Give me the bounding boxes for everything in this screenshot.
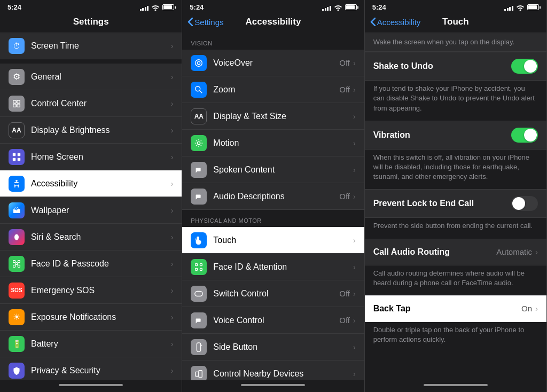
accessibility-list: VISION VoiceOver Off › Zoom Off › AA Dis… xyxy=(182,33,364,380)
voice-control-icon xyxy=(191,312,207,328)
signal-icon-2 xyxy=(322,4,331,11)
settings-item-privacy[interactable]: Privacy & Security › xyxy=(0,357,182,380)
settings-item-display-brightness[interactable]: AA Display & Brightness › xyxy=(0,117,182,144)
accessibility-label: Accessibility xyxy=(31,179,171,189)
settings-item-battery[interactable]: 🔋 Battery › xyxy=(0,331,182,357)
svg-point-16 xyxy=(198,61,200,64)
audio-desc-value: Off xyxy=(339,192,350,201)
settings-item-siri[interactable]: Siri & Search › xyxy=(0,224,182,250)
audio-desc-chevron: › xyxy=(353,192,356,201)
accessibility-item-audio-desc[interactable]: Audio Descriptions Off › xyxy=(182,183,364,210)
svg-line-18 xyxy=(200,90,202,93)
vibration-row[interactable]: Vibration xyxy=(365,121,546,150)
touch-detail-content: Wake the screen when you tap on the disp… xyxy=(365,33,546,380)
settings-item-wallpaper[interactable]: 🏔 Wallpaper › xyxy=(0,197,182,224)
accessibility-item-display-text[interactable]: AA Display & Text Size › xyxy=(182,103,364,130)
svg-rect-6 xyxy=(13,158,15,160)
voiceover-label: VoiceOver xyxy=(213,58,339,68)
accessibility-item-touch[interactable]: Touch › xyxy=(182,227,364,254)
prevent-lock-desc: Prevent the side button from ending the … xyxy=(365,218,546,236)
touch-title: Touch xyxy=(442,17,469,27)
control-center-icon xyxy=(9,96,25,112)
svg-rect-5 xyxy=(18,153,20,155)
accessibility-item-side-button[interactable]: Side Button › xyxy=(182,334,364,360)
prevent-lock-label: Prevent Lock to End Call xyxy=(373,199,474,208)
control-nearby-icon xyxy=(191,366,207,381)
settings-list: ⏱ Screen Time › ⚙ General › Control Cent… xyxy=(0,33,182,380)
battery-icon-2 xyxy=(345,4,357,10)
screen-time-chevron: › xyxy=(171,42,174,50)
touch-top-text: Wake the screen when you tap on the disp… xyxy=(365,33,546,52)
side-button-icon xyxy=(191,339,207,355)
privacy-label: Privacy & Security xyxy=(31,366,171,375)
back-tap-row[interactable]: Back Tap On › xyxy=(365,295,546,322)
accessibility-item-switch[interactable]: Switch Control Off › xyxy=(182,280,364,307)
accessibility-item-voice-control[interactable]: Voice Control Off › xyxy=(182,307,364,334)
accessibility-back-button[interactable]: Settings xyxy=(187,18,223,27)
accessibility-item-voiceover[interactable]: VoiceOver Off › xyxy=(182,50,364,76)
general-icon: ⚙ xyxy=(9,69,25,85)
settings-title: Settings xyxy=(73,17,109,27)
accessibility-icon xyxy=(9,176,25,192)
call-audio-section: Call Audio Routing Automatic › Call audi… xyxy=(365,239,546,293)
face-id-chevron: › xyxy=(171,260,174,268)
zoom-value: Off xyxy=(339,85,350,94)
call-audio-desc: Call audio routing determines where audi… xyxy=(365,265,546,293)
call-audio-chevron: › xyxy=(535,247,538,256)
home-indicator-3 xyxy=(365,380,546,392)
svg-rect-28 xyxy=(199,370,202,377)
vision-section-label: VISION xyxy=(182,33,364,50)
privacy-icon xyxy=(9,363,25,379)
home-indicator-2 xyxy=(182,380,364,392)
accessibility-item-control-nearby[interactable]: Control Nearby Devices › xyxy=(182,360,364,380)
settings-item-screen-time[interactable]: ⏱ Screen Time › xyxy=(0,33,182,59)
call-audio-row[interactable]: Call Audio Routing Automatic › xyxy=(365,239,546,265)
touch-back-label: Accessibility xyxy=(377,18,421,27)
motion-label: Motion xyxy=(213,138,353,148)
settings-item-control-center[interactable]: Control Center › xyxy=(0,90,182,117)
prevent-lock-row[interactable]: Prevent Lock to End Call xyxy=(365,189,546,218)
status-icons-1 xyxy=(140,4,175,11)
svg-rect-22 xyxy=(196,268,198,270)
vibration-toggle[interactable] xyxy=(511,128,538,143)
back-tap-chevron: › xyxy=(535,304,538,313)
settings-item-emergency-sos[interactable]: SOS Emergency SOS › xyxy=(0,277,182,304)
accessibility-item-zoom[interactable]: Zoom Off › xyxy=(182,76,364,103)
settings-item-exposure[interactable]: ☀ Exposure Notifications › xyxy=(0,304,182,331)
shake-to-undo-row[interactable]: Shake to Undo xyxy=(365,52,546,81)
prevent-lock-toggle[interactable] xyxy=(511,196,538,211)
svg-rect-21 xyxy=(200,263,202,265)
nav-header-2: Settings Accessibility xyxy=(182,13,364,33)
siri-chevron: › xyxy=(171,233,174,241)
svg-rect-24 xyxy=(195,291,202,296)
audio-desc-label: Audio Descriptions xyxy=(213,192,339,201)
display-label: Display & Brightness xyxy=(31,126,171,135)
emergency-icon: SOS xyxy=(9,283,25,299)
accessibility-item-motion[interactable]: Motion › xyxy=(182,130,364,156)
shake-to-undo-toggle[interactable] xyxy=(511,59,538,74)
back-tap-section: Back Tap On › Double or triple tap on th… xyxy=(365,295,546,350)
battery-chevron: › xyxy=(171,340,174,348)
shake-to-undo-label: Shake to Undo xyxy=(373,61,433,71)
face-attention-label: Face ID & Attention xyxy=(213,262,353,272)
back-tap-value: On xyxy=(521,304,532,313)
svg-rect-27 xyxy=(196,372,199,376)
shake-to-undo-section: Shake to Undo If you tend to shake your … xyxy=(365,52,546,119)
settings-item-home-screen[interactable]: Home Screen › xyxy=(0,144,182,170)
svg-rect-7 xyxy=(18,158,20,160)
settings-item-general[interactable]: ⚙ General › xyxy=(0,64,182,90)
display-text-icon: AA xyxy=(191,108,207,124)
vibration-desc: When this switch is off, all vibration o… xyxy=(365,150,546,187)
touch-back-button[interactable]: Accessibility xyxy=(370,18,421,27)
settings-item-accessibility[interactable]: Accessibility › xyxy=(0,170,182,197)
motion-icon xyxy=(191,135,207,151)
accessibility-item-face-attention[interactable]: Face ID & Attention › xyxy=(182,254,364,280)
accessibility-item-spoken[interactable]: Spoken Content › xyxy=(182,156,364,183)
back-tap-value-container: On › xyxy=(521,304,538,313)
control-nearby-label: Control Nearby Devices xyxy=(213,369,353,379)
status-time-3: 5:24 xyxy=(372,3,386,11)
status-icons-3 xyxy=(504,4,539,11)
zoom-icon xyxy=(191,82,207,98)
settings-item-face-id[interactable]: Face ID & Passcode › xyxy=(0,250,182,277)
general-chevron: › xyxy=(171,73,174,81)
